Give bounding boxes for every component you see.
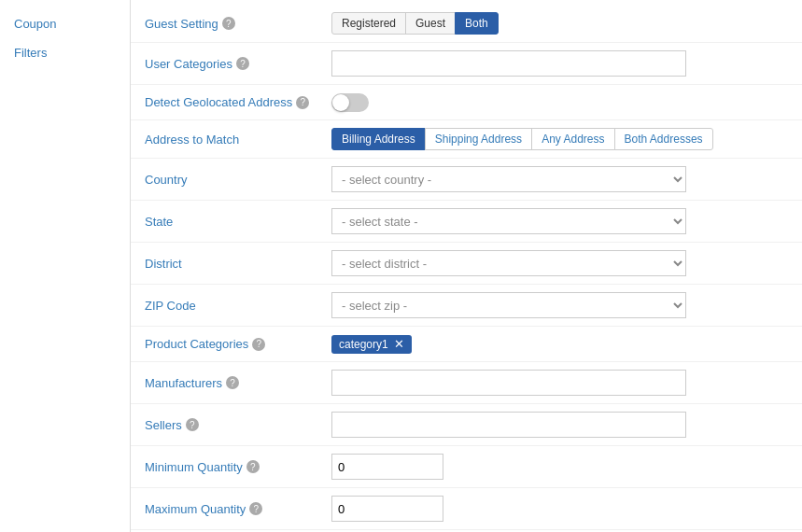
manufacturers-help-icon[interactable]: ? — [226, 376, 239, 389]
country-controls: - select country - — [331, 166, 788, 192]
sidebar-item-filters[interactable]: Filters — [0, 38, 130, 67]
guest-setting-controls: Registered Guest Both — [331, 12, 788, 35]
state-select[interactable]: - select state - — [331, 208, 686, 234]
maximum-quantity-help-icon[interactable]: ? — [249, 502, 262, 515]
main-content: Guest Setting ? Registered Guest Both Us… — [131, 0, 802, 532]
state-label: State — [145, 215, 331, 229]
address-to-match-controls: Billing Address Shipping Address Any Add… — [331, 128, 788, 150]
address-to-match-row: Address to Match Billing Address Shippin… — [131, 120, 802, 159]
minimum-quantity-label: Minimum Quantity ? — [145, 460, 331, 474]
manufacturers-label: Manufacturers ? — [145, 376, 331, 390]
shipping-address-button[interactable]: Shipping Address — [425, 128, 532, 150]
any-address-button[interactable]: Any Address — [531, 128, 614, 150]
sellers-row: Sellers ? — [131, 404, 802, 446]
state-row: State - select state - — [131, 201, 802, 243]
zip-code-label: ZIP Code — [145, 299, 331, 313]
billing-address-button[interactable]: Billing Address — [331, 128, 426, 150]
product-categories-label: Product Categories ? — [145, 337, 331, 351]
both-button[interactable]: Both — [455, 12, 499, 35]
zip-code-controls: - select zip - — [331, 292, 788, 318]
sellers-help-icon[interactable]: ? — [186, 418, 199, 431]
district-label: District — [145, 257, 331, 271]
guest-button[interactable]: Guest — [405, 12, 456, 35]
country-label: Country — [145, 173, 331, 187]
country-row: Country - select country - — [131, 159, 802, 201]
product-categories-controls: category1 ✕ — [331, 335, 788, 354]
both-addresses-button[interactable]: Both Addresses — [614, 128, 713, 150]
sellers-label: Sellers ? — [145, 418, 331, 432]
zip-select[interactable]: - select zip - — [331, 292, 686, 318]
district-select[interactable]: - select district - — [331, 250, 686, 276]
maximum-quantity-row: Maximum Quantity ? — [131, 488, 802, 530]
manufacturers-controls — [331, 370, 788, 396]
minimum-quantity-input[interactable] — [331, 454, 443, 480]
sidebar: Coupon Filters — [0, 0, 131, 532]
user-categories-label: User Categories ? — [145, 57, 331, 71]
product-categories-row: Product Categories ? category1 ✕ — [131, 327, 802, 362]
detect-geolocated-label: Detect Geolocated Address ? — [145, 95, 331, 109]
district-controls: - select district - — [331, 250, 788, 276]
user-categories-input[interactable] — [331, 50, 686, 77]
manufacturers-input[interactable] — [331, 370, 686, 396]
sidebar-item-coupon[interactable]: Coupon — [0, 9, 130, 38]
user-categories-row: User Categories ? — [131, 43, 802, 85]
guest-setting-btn-group: Registered Guest Both — [331, 12, 499, 35]
state-controls: - select state - — [331, 208, 788, 234]
guest-setting-row: Guest Setting ? Registered Guest Both — [131, 5, 802, 43]
address-btn-group: Billing Address Shipping Address Any Add… — [331, 128, 713, 150]
guest-setting-help-icon[interactable]: ? — [222, 17, 235, 30]
category-tag-label: category1 — [339, 338, 388, 351]
guest-setting-label: Guest Setting ? — [145, 17, 331, 31]
country-select[interactable]: - select country - — [331, 166, 686, 192]
manufacturers-row: Manufacturers ? — [131, 362, 802, 404]
detect-geolocated-toggle[interactable] — [331, 93, 369, 112]
maximum-quantity-controls — [331, 496, 788, 522]
detect-geolocated-help-icon[interactable]: ? — [296, 96, 309, 109]
registered-button[interactable]: Registered — [331, 12, 406, 35]
zip-code-row: ZIP Code - select zip - — [131, 285, 802, 327]
category-tag: category1 ✕ — [331, 335, 412, 354]
minimum-quantity-help-icon[interactable]: ? — [246, 460, 260, 473]
maximum-quantity-label: Maximum Quantity ? — [145, 502, 331, 516]
sellers-controls — [331, 412, 788, 438]
toggle-knob — [332, 94, 349, 111]
user-categories-help-icon[interactable]: ? — [236, 57, 249, 70]
maximum-quantity-input[interactable] — [331, 496, 443, 522]
product-categories-help-icon[interactable]: ? — [252, 338, 265, 351]
sellers-input[interactable] — [331, 412, 686, 438]
user-categories-controls — [331, 50, 788, 77]
detect-geolocated-row: Detect Geolocated Address ? — [131, 85, 802, 120]
category-tag-remove[interactable]: ✕ — [394, 338, 404, 350]
minimum-quantity-controls — [331, 454, 788, 480]
minimum-quantity-row: Minimum Quantity ? — [131, 446, 802, 488]
detect-geolocated-controls — [331, 93, 788, 112]
district-row: District - select district - — [131, 243, 802, 285]
address-to-match-label: Address to Match — [145, 133, 331, 147]
